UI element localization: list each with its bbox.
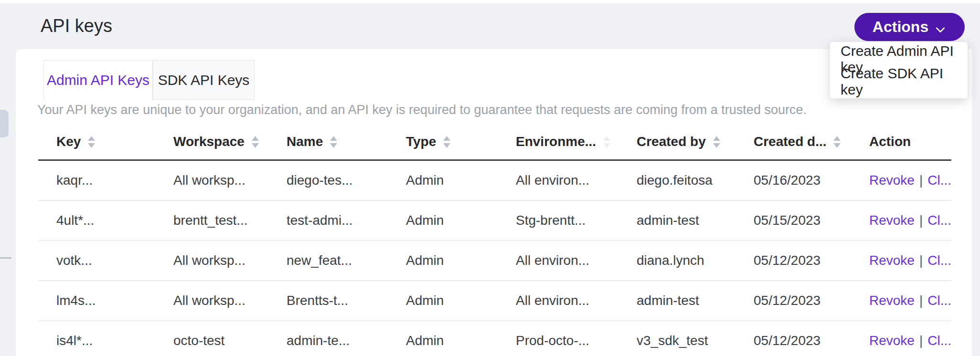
cell-environment: All environ... [516, 293, 589, 308]
cell-created-date: 05/12/2023 [754, 293, 820, 308]
cell-name: admin-te... [287, 333, 350, 348]
sort-icon[interactable] [329, 136, 338, 148]
cell-actions: Revoke|Cl... [869, 333, 951, 348]
column-header-created-by[interactable]: Created by [637, 134, 721, 149]
column-header-action: Action [869, 134, 911, 149]
column-header-key-label: Key [56, 134, 81, 149]
column-header-name[interactable]: Name [287, 134, 338, 149]
column-header-type[interactable]: Type [406, 134, 451, 149]
cell-name: diego-tes... [287, 173, 353, 188]
column-header-action-label: Action [869, 134, 911, 149]
column-header-workspace-label: Workspace [173, 134, 245, 149]
sort-icon[interactable] [712, 136, 721, 148]
sort-icon[interactable] [87, 136, 96, 148]
column-header-type-label: Type [406, 134, 436, 149]
cell-workspace: brentt_test... [173, 213, 248, 228]
actions-button[interactable]: Actions [854, 13, 965, 41]
description-text: Your API keys are unique to your organiz… [37, 103, 807, 117]
column-header-name-label: Name [287, 134, 323, 149]
cell-actions: Revoke|Cl... [869, 253, 951, 268]
column-header-created-date[interactable]: Created d... [754, 134, 842, 149]
cell-key: votk... [56, 253, 92, 268]
cell-name: test-admi... [287, 213, 352, 228]
table-body: kaqr... All worksp... diego-tes... Admin… [38, 161, 951, 356]
tab-admin-api-keys-label: Admin API Keys [47, 72, 149, 88]
drawer-divider-line [0, 257, 11, 259]
cell-workspace: All worksp... [173, 173, 245, 188]
tab-sdk-api-keys-label: SDK API Keys [158, 72, 250, 88]
action-divider: | [915, 253, 927, 268]
drawer-handle[interactable] [0, 110, 9, 137]
sort-icon[interactable] [602, 136, 611, 148]
cell-type: Admin [406, 293, 444, 308]
revoke-link[interactable]: Revoke [869, 253, 915, 268]
cell-type: Admin [406, 213, 444, 228]
cell-environment: All environ... [516, 253, 589, 268]
cell-environment: All environ... [516, 173, 589, 188]
table-header-row: Key Workspace Name Type Environm [38, 134, 951, 154]
revoke-link[interactable]: Revoke [869, 173, 915, 188]
cell-created-by: diana.lynch [637, 253, 704, 268]
clone-link[interactable]: Cl... [927, 253, 951, 268]
cell-actions: Revoke|Cl... [869, 293, 951, 308]
column-header-environment[interactable]: Environme... [516, 134, 611, 149]
cell-actions: Revoke|Cl... [869, 213, 951, 228]
clone-link[interactable]: Cl... [927, 173, 951, 188]
cell-workspace: octo-test [173, 333, 224, 348]
actions-dropdown-menu: Create Admin API key Create SDK API key [830, 42, 968, 98]
cell-created-date: 05/15/2023 [754, 213, 820, 228]
action-divider: | [915, 213, 927, 228]
table-row: votk... All worksp... new_feat... Admin … [38, 241, 951, 281]
revoke-link[interactable]: Revoke [869, 333, 915, 348]
cell-created-date: 05/16/2023 [754, 173, 820, 188]
revoke-link[interactable]: Revoke [869, 213, 915, 228]
cell-type: Admin [406, 173, 444, 188]
cell-actions: Revoke|Cl... [869, 173, 951, 188]
column-header-created-by-label: Created by [637, 134, 706, 149]
cell-key: is4l*... [56, 333, 93, 348]
cell-workspace: All worksp... [173, 253, 245, 268]
table-row: 4ult*... brentt_test... test-admi... Adm… [38, 201, 951, 241]
cell-created-date: 05/12/2023 [754, 253, 820, 268]
column-header-created-date-label: Created d... [754, 134, 826, 149]
cell-environment: Stg-brentt... [516, 213, 586, 228]
actions-button-label: Actions [873, 18, 928, 36]
chevron-down-icon [936, 24, 947, 30]
sort-icon[interactable] [832, 136, 842, 148]
action-divider: | [915, 173, 927, 188]
content-card: Admin API Keys SDK API Keys Your API key… [16, 49, 972, 356]
page-title: API keys [41, 16, 112, 36]
cell-name: new_feat... [287, 253, 352, 268]
cell-created-by: admin-test [637, 293, 699, 308]
cell-name: Brentts-t... [287, 293, 348, 308]
column-header-workspace[interactable]: Workspace [173, 134, 260, 149]
cell-type: Admin [406, 333, 444, 348]
cell-workspace: All worksp... [173, 293, 245, 308]
table-row: lm4s... All worksp... Brentts-t... Admin… [38, 281, 951, 321]
sort-icon[interactable] [251, 136, 260, 148]
column-header-environment-label: Environme... [516, 134, 596, 149]
cell-environment: Prod-octo-... [516, 333, 589, 348]
action-divider: | [915, 293, 927, 308]
revoke-link[interactable]: Revoke [869, 293, 915, 308]
cell-created-by: diego.feitosa [637, 173, 713, 188]
clone-link[interactable]: Cl... [927, 333, 951, 348]
action-divider: | [915, 333, 927, 348]
cell-key: 4ult*... [56, 213, 94, 228]
tab-admin-api-keys[interactable]: Admin API Keys [43, 60, 153, 100]
cell-created-by: admin-test [637, 213, 699, 228]
cell-type: Admin [406, 253, 444, 268]
cell-key: kaqr... [56, 173, 93, 188]
tab-sdk-api-keys[interactable]: SDK API Keys [153, 60, 255, 100]
sort-icon[interactable] [442, 136, 451, 148]
top-strip [0, 0, 980, 3]
table-row: kaqr... All worksp... diego-tes... Admin… [38, 161, 951, 201]
menu-item-create-sdk-api-key[interactable]: Create SDK API key [830, 70, 968, 93]
column-header-key[interactable]: Key [56, 134, 96, 149]
cell-created-by: v3_sdk_test [637, 333, 708, 348]
table-row: is4l*... octo-test admin-te... Admin Pro… [38, 321, 951, 356]
clone-link[interactable]: Cl... [927, 213, 951, 228]
cell-key: lm4s... [56, 293, 96, 308]
clone-link[interactable]: Cl... [927, 293, 951, 308]
api-keys-page: API keys Actions Create Admin API key Cr… [0, 0, 980, 356]
